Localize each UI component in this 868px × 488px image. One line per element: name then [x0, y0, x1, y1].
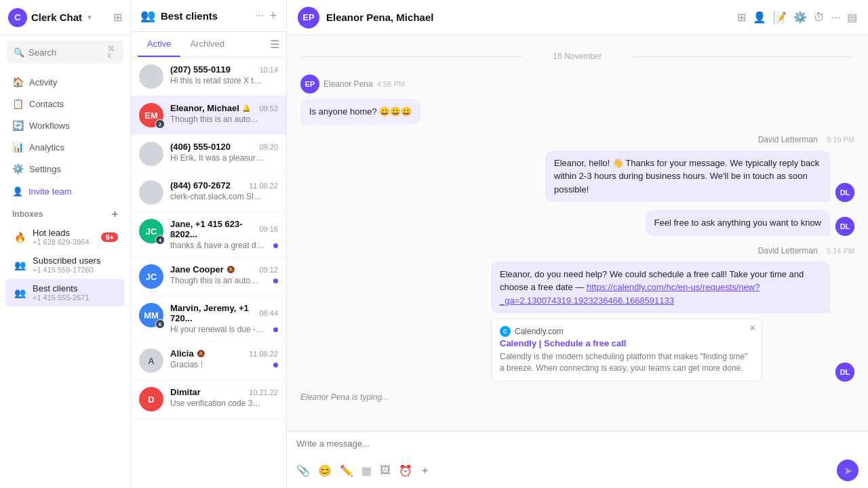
conversation-item[interactable]: (406) 555-0120 09:20 Hi Erik, It was a p… — [131, 135, 286, 174]
conv-time: 08:44 — [259, 309, 278, 317]
out-meta: David Letterman 5:14 PM — [758, 244, 854, 256]
panel-icon[interactable]: ▤ — [847, 11, 857, 24]
notes-icon[interactable]: 📝 — [773, 11, 787, 24]
conv-preview: Though this is an automated text, we're … — [170, 115, 265, 124]
sidebar-item-analytics[interactable]: 📊 Analytics — [5, 137, 125, 157]
search-box[interactable]: 🔍 ⌘ k — [7, 41, 123, 64]
invite-team-button[interactable]: 👤 Invite team — [0, 182, 130, 201]
avatar: MM 6 — [139, 303, 163, 327]
message-bubble: Is anyone home? 😀😀😀 — [300, 99, 420, 125]
conversation-item[interactable]: (207) 555-0119 10:14 Hi this is retail s… — [131, 58, 286, 96]
sidebar-item-settings[interactable]: ⚙️ Settings — [5, 159, 125, 179]
link-preview-title[interactable]: Calendly | Schedule a free call — [500, 338, 753, 348]
inbox-best-clients[interactable]: 👥 Best clients +1 415 555-2671 — [5, 279, 125, 306]
conversation-item[interactable]: (844) 670-2672 11.08.22 clerk-chat.slack… — [131, 174, 286, 212]
conv-preview: Though this is an automated text, we're … — [170, 276, 265, 285]
sidebar-item-label: Settings — [29, 164, 61, 174]
send-icon: ➤ — [844, 464, 852, 477]
avatar: A — [139, 348, 163, 373]
conv-name: (406) 555-0120 — [170, 142, 231, 152]
ai-icon[interactable]: ✦ — [420, 464, 429, 477]
conv-name: Eleanor, Michael 🔔 — [170, 103, 250, 113]
activity-icon: 🏠 — [12, 77, 24, 87]
search-input[interactable] — [28, 47, 104, 58]
chat-header-icons: ⊞ 👤 📝 ⚙️ ⏱ ··· ▤ — [737, 11, 857, 24]
nav-items: 🏠 Activity 📋 Contacts 🔄 Workflows 📊 Anal… — [0, 69, 130, 182]
settings-icon[interactable]: ⚙️ — [793, 11, 807, 24]
app-name: Clerk Chat — [31, 12, 82, 23]
conv-time: 11.08.22 — [249, 350, 278, 358]
avatar: D — [139, 387, 163, 411]
tabs-row: Active Archived ☰ — [131, 32, 286, 58]
conversation-item[interactable]: D Dimitar 10.21.22 Use verification code… — [131, 380, 286, 419]
inbox-info: Hot leads +1 628 629-3964 — [33, 228, 96, 246]
sender-time: 5:10 PM — [827, 136, 854, 144]
chat-input-box — [287, 432, 868, 455]
conversation-item[interactable]: MM 6 Marvin, Jeremy, +1 720... 08:44 Hi … — [131, 296, 286, 342]
attachment-icon[interactable]: 📎 — [296, 464, 310, 477]
app-logo[interactable]: C Clerk Chat ▾ — [8, 8, 92, 27]
more-options-icon[interactable]: ··· — [255, 9, 264, 22]
layout-icon[interactable]: ⊞ — [113, 11, 122, 24]
more-options-icon[interactable]: ··· — [831, 12, 840, 24]
conv-name: (207) 555-0119 — [170, 64, 231, 75]
inbox-title-text: Best clients — [161, 10, 218, 22]
timer-icon[interactable]: ⏰ — [399, 464, 412, 477]
conv-preview: Gracias ! — [170, 360, 203, 369]
outgoing-row: Eleanor, do you need help? We could sche… — [491, 262, 854, 382]
search-shortcut: ⌘ k — [108, 45, 117, 60]
timer-icon[interactable]: ⏱ — [814, 12, 825, 24]
avatar — [139, 180, 163, 205]
conv-content: Marvin, Jeremy, +1 720... 08:44 Hi your … — [170, 303, 278, 334]
conversation-item[interactable]: JC 4 Jane, +1 415 623-8202... 09:16 than… — [131, 212, 286, 258]
conv-time: 09:20 — [259, 143, 278, 151]
inbox-number: +1 415 559-17260 — [33, 266, 118, 274]
add-inbox-button[interactable]: + — [112, 208, 118, 220]
chat-panel: EP Eleanor Pena, Michael ⊞ 👤 📝 ⚙️ ⏱ ··· … — [287, 0, 868, 488]
contact-icon[interactable]: 👤 — [753, 11, 766, 24]
signature-icon[interactable]: ✏️ — [340, 464, 353, 477]
video-icon[interactable]: ⊞ — [737, 11, 746, 24]
conv-time: 11.08.22 — [249, 182, 278, 190]
tab-active[interactable]: Active — [138, 32, 180, 57]
message-link[interactable]: https://calendly.com/hc/en-us/requests/n… — [500, 282, 760, 306]
conv-time: 10:14 — [259, 66, 278, 74]
avatar — [139, 142, 163, 166]
hot-leads-icon: 🔥 — [12, 230, 27, 245]
emoji-icon[interactable]: 😊 — [318, 464, 332, 477]
close-preview-button[interactable]: ✕ — [749, 323, 756, 333]
sender-time: 4:58 PM — [377, 80, 405, 88]
media-icon[interactable]: 🖼 — [380, 464, 391, 476]
conversation-item[interactable]: JC Jane Cooper 🔕 09:12 Though this is an… — [131, 258, 286, 296]
best-clients-icon: 👥 — [12, 285, 27, 300]
inbox-subscribed-users[interactable]: 👥 Subscribed users +1 415 559-17260 — [5, 251, 125, 279]
out-meta: David Letterman 5:10 PM — [758, 133, 854, 145]
message-input[interactable] — [296, 439, 859, 449]
sidebar-item-contacts[interactable]: 📋 Contacts — [5, 94, 125, 114]
filter-icon[interactable]: ☰ — [270, 38, 279, 51]
chevron-down-icon: ▾ — [87, 13, 92, 22]
conv-preview: Hi this is retail store X thanks for con… — [170, 76, 265, 85]
conv-content: Jane, +1 415 623-8202... 09:16 thanks & … — [170, 219, 278, 250]
inbox-hot-leads[interactable]: 🔥 Hot leads +1 628 629-3964 9+ — [5, 223, 125, 251]
conversation-item[interactable]: A Alicia 🔕 11.08.22 Gracias ! — [131, 342, 286, 380]
conv-name: Dimitar — [170, 387, 201, 397]
conv-name: Marvin, Jeremy, +1 720... — [170, 303, 259, 323]
invite-icon: 👤 — [12, 186, 23, 197]
template-icon[interactable]: ▦ — [361, 464, 372, 477]
tab-archived[interactable]: Archived — [180, 32, 234, 57]
chat-toolbar: 📎 😊 ✏️ ▦ 🖼 ⏰ ✦ ➤ — [287, 455, 868, 488]
conv-name: Jane, +1 415 623-8202... — [170, 219, 259, 239]
conv-preview: Use verification code 327178 for Microso… — [170, 399, 265, 408]
conv-time: 09:16 — [259, 225, 278, 233]
unread-badge: 9+ — [101, 232, 118, 242]
conversation-item[interactable]: EM 2 Eleanor, Michael 🔔 09:52 Though thi… — [131, 96, 286, 135]
sender-avatar: DL — [835, 363, 854, 382]
subscribed-users-icon: 👥 — [12, 258, 27, 272]
sidebar-item-workflows[interactable]: 🔄 Workflows — [5, 115, 125, 136]
add-conversation-icon[interactable]: + — [269, 9, 277, 23]
send-button[interactable]: ➤ — [837, 460, 859, 481]
sidebar-item-activity[interactable]: 🏠 Activity — [5, 72, 125, 92]
notification-badge: 6 — [155, 319, 165, 329]
inbox-name: Best clients — [33, 283, 118, 293]
